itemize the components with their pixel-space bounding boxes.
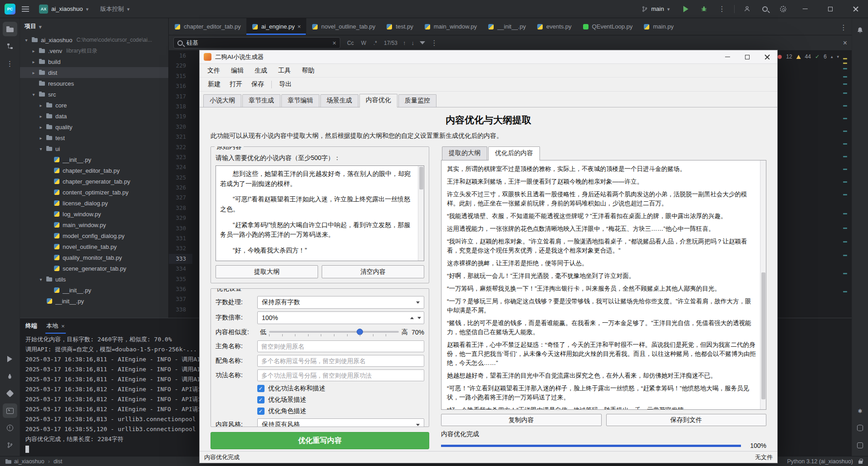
project-widget[interactable]: AX ai_xiaoshuo (35, 3, 92, 15)
save-to-file-button[interactable]: 保存到文件 (606, 414, 767, 426)
content-style-select[interactable]: 保持原有风格 (257, 418, 424, 427)
tree-chevron-icon[interactable]: ▸ (31, 70, 36, 75)
search-everywhere-button[interactable] (759, 3, 771, 15)
line-number[interactable]: 333 (169, 254, 192, 264)
scrollbar-thumb[interactable] (761, 272, 765, 399)
tree-item[interactable]: __init__.py (20, 296, 168, 306)
line-number[interactable]: 328 (169, 203, 192, 213)
error-stripe[interactable] (843, 52, 848, 316)
ide-minimize-button[interactable] (795, 0, 814, 18)
line-number[interactable]: 336 (169, 284, 192, 294)
line-number[interactable]: 322 (169, 142, 192, 152)
editor-tab[interactable]: ai_engine.py (246, 18, 306, 35)
tree-item[interactable]: ▸ build (20, 56, 168, 67)
tree-chevron-icon[interactable]: ▸ (31, 49, 36, 53)
more-tools-icon[interactable] (3, 56, 17, 71)
line-number[interactable]: 319 (169, 112, 192, 121)
next-problem-icon[interactable]: ▾ (837, 54, 839, 59)
terminal-title[interactable]: 终端 (25, 322, 37, 330)
line-number[interactable]: 323 (169, 152, 192, 162)
line-number[interactable]: 315 (169, 71, 192, 81)
code-with-me-button[interactable] (741, 3, 753, 15)
editor-tab[interactable]: test.py (381, 18, 418, 35)
supporting-input[interactable] (257, 355, 424, 367)
increment-icon[interactable] (410, 317, 414, 319)
search-input[interactable]: 硅基 (173, 37, 340, 49)
decrement-icon[interactable] (417, 317, 421, 319)
editor-tab[interactable]: novel_outline_tab.py (306, 18, 381, 35)
tree-item[interactable]: ▾ ai_xiaoshuo C:\home\code\cursor_code\a… (20, 34, 168, 45)
app-tab[interactable]: 质量监控 (398, 94, 436, 107)
editor-tab[interactable]: main.py (638, 18, 679, 35)
menu-item[interactable]: 生成 (249, 65, 273, 77)
previous-match-icon[interactable] (403, 39, 406, 46)
next-match-icon[interactable] (412, 39, 415, 46)
tree-item[interactable]: ▸ core (20, 100, 168, 111)
more-actions-icon[interactable] (716, 3, 728, 15)
line-number[interactable]: 332 (169, 243, 192, 253)
tree-chevron-icon[interactable]: ▾ (24, 38, 29, 43)
copy-content-button[interactable]: 复制内容 (441, 414, 602, 426)
line-number[interactable]: 324 (169, 162, 192, 172)
line-number[interactable]: 321 (169, 132, 192, 142)
search-toggle[interactable]: Cc (346, 39, 355, 47)
menu-item[interactable]: 编辑 (226, 65, 249, 77)
word-ratio-stepper[interactable]: 100% (257, 311, 424, 324)
line-number[interactable]: 327 (169, 193, 192, 203)
tree-item[interactable]: ▾ ui (20, 143, 168, 154)
tree-chevron-icon[interactable]: ▸ (38, 114, 44, 119)
tree-item[interactable]: chapter_generator_tab.py (20, 176, 168, 187)
editor-tab[interactable]: __init__.py (482, 18, 531, 35)
scrollbar[interactable] (760, 160, 766, 409)
tree-item[interactable]: ▾ src (20, 89, 168, 100)
tree-chevron-icon[interactable]: ▸ (38, 125, 44, 130)
terminal-tool-button[interactable] (3, 403, 17, 418)
tree-item[interactable]: content_optimizer_tab.py (20, 187, 168, 198)
tree-item[interactable]: ▸ quality (20, 121, 168, 132)
close-tab-icon[interactable] (298, 23, 301, 30)
tree-chevron-icon[interactable]: ▾ (31, 92, 36, 97)
pycharm-logo[interactable]: PC (5, 4, 15, 15)
scrollbar[interactable] (418, 166, 424, 261)
line-number[interactable]: 330 (169, 223, 192, 233)
tree-item[interactable]: main_window.py (20, 219, 168, 230)
line-number[interactable]: 229 (169, 61, 192, 71)
line-number[interactable]: 337 (169, 294, 192, 304)
structure-tool-button[interactable] (3, 39, 17, 53)
tree-item[interactable]: license_dialog.py (20, 198, 168, 209)
tree-chevron-icon[interactable]: ▸ (38, 103, 44, 108)
app-maximize-button[interactable] (737, 50, 757, 64)
line-number[interactable]: 316 (169, 81, 192, 91)
line-number[interactable]: 331 (169, 233, 192, 243)
vcs-tool-button[interactable] (3, 438, 17, 452)
search-options-icon[interactable] (431, 39, 438, 47)
run-button[interactable] (680, 3, 691, 15)
line-number[interactable]: 326 (169, 183, 192, 193)
scrollbar-thumb[interactable] (419, 167, 423, 189)
run-tool-button[interactable] (3, 352, 17, 366)
terminal-session-tab[interactable]: 本地 (45, 318, 66, 334)
ide-maximize-button[interactable] (821, 0, 840, 18)
tree-item[interactable]: quality_monitor_tab.py (20, 252, 168, 263)
tree-item[interactable]: __init__.py (20, 285, 168, 296)
app-minimize-button[interactable] (717, 50, 737, 64)
line-number[interactable]: 325 (169, 173, 192, 183)
menu-item[interactable]: 文件 (202, 65, 226, 77)
breadcrumb-path[interactable]: dist (54, 458, 62, 465)
line-number[interactable]: 317 (169, 92, 192, 102)
tree-item[interactable]: ▸ dist (20, 67, 168, 78)
line-number[interactable]: 318 (169, 102, 192, 112)
clear-search-icon[interactable] (333, 39, 336, 47)
prev-problem-icon[interactable]: ▴ (831, 54, 833, 59)
project-tool-button[interactable] (3, 22, 17, 36)
toolbar-button[interactable]: 新建 (203, 78, 225, 90)
tree-item[interactable]: __init__.py (20, 154, 168, 165)
search-toggle[interactable]: W (360, 39, 368, 47)
app-tab[interactable]: 章节生成 (242, 94, 280, 107)
branch-widget[interactable]: main (638, 4, 673, 14)
tree-item[interactable]: resources (20, 78, 168, 89)
app-tab[interactable]: 场景生成 (320, 94, 358, 107)
tree-item[interactable]: log_window.py (20, 209, 168, 219)
tree-item[interactable]: model_config_dialog.py (20, 230, 168, 241)
gradle-button[interactable] (853, 438, 868, 452)
